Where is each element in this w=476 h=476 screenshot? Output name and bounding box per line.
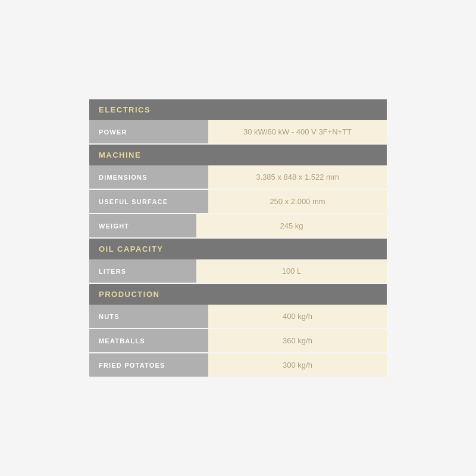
spec-label-production-0: NUTS — [89, 305, 208, 328]
spec-row-machine-2: WEIGHT245 kg — [89, 214, 387, 237]
spec-label-oil-capacity-0: LITERS — [89, 259, 196, 283]
spec-value-production-0: 400 kg/h — [208, 305, 387, 328]
spec-value-production-2: 300 kg/h — [208, 353, 387, 377]
section-header-oil-capacity: OIL CAPACITY — [89, 239, 387, 259]
spec-label-machine-0: DIMENSIONS — [89, 165, 208, 189]
spec-value-machine-0: 3.385 x 848 x 1.522 mm — [208, 165, 387, 189]
spec-row-oil-capacity-0: LITERS100 L — [89, 259, 387, 283]
section-header-electrics: ELECTRICS — [89, 99, 387, 120]
spec-label-machine-1: USEFUL SURFACE — [89, 190, 208, 213]
spec-label-production-2: FRIED POTATOES — [89, 353, 208, 377]
spec-label-electrics-0: POWER — [89, 120, 208, 143]
spec-row-electrics-0: POWER30 kW/60 kW - 400 V 3F+N+TT — [89, 120, 387, 143]
spec-row-production-1: MEATBALLS360 kg/h — [89, 329, 387, 352]
spec-row-machine-1: USEFUL SURFACE250 x 2.000 mm — [89, 190, 387, 213]
specs-table: ELECTRICSPOWER30 kW/60 kW - 400 V 3F+N+T… — [89, 99, 387, 377]
spec-value-oil-capacity-0: 100 L — [196, 259, 387, 283]
spec-label-machine-2: WEIGHT — [89, 214, 196, 237]
spec-row-production-0: NUTS400 kg/h — [89, 305, 387, 328]
section-header-machine: MACHINE — [89, 145, 387, 165]
section-header-production: PRODUCTION — [89, 284, 387, 305]
spec-row-production-2: FRIED POTATOES300 kg/h — [89, 353, 387, 377]
spec-value-electrics-0: 30 kW/60 kW - 400 V 3F+N+TT — [208, 120, 387, 143]
spec-label-production-1: MEATBALLS — [89, 329, 208, 352]
spec-row-machine-0: DIMENSIONS3.385 x 848 x 1.522 mm — [89, 165, 387, 189]
spec-value-production-1: 360 kg/h — [208, 329, 387, 352]
spec-value-machine-2: 245 kg — [196, 214, 387, 237]
spec-value-machine-1: 250 x 2.000 mm — [208, 190, 387, 213]
